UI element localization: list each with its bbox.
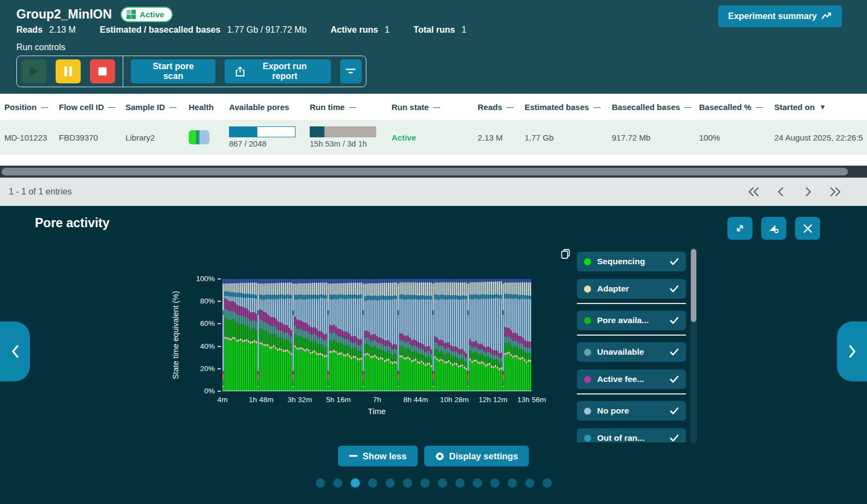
chart-settings-button[interactable]: [761, 217, 786, 240]
x-tick-label: 4m: [218, 396, 228, 404]
legend-item-5[interactable]: No pore: [577, 401, 686, 421]
stop-run-button[interactable]: [90, 59, 115, 83]
column-header-sample-id[interactable]: Sample ID—: [125, 102, 189, 112]
column-label: Position: [4, 102, 37, 112]
y-tick-label: 40%: [184, 342, 215, 350]
carousel-dot-5[interactable]: [403, 478, 412, 488]
filter-icon: [345, 68, 356, 75]
legend-item-label: Active fee...: [597, 374, 670, 384]
minus-icon: [349, 455, 358, 457]
column-header-basecalled-pct[interactable]: Basecalled %—: [699, 102, 774, 112]
legend-item-1[interactable]: Adapter: [577, 279, 686, 299]
cell-flow-cell-id: FBD39370: [59, 133, 125, 142]
y-axis-title: State time equivalent (%): [171, 291, 180, 379]
carousel-dot-10[interactable]: [490, 478, 499, 488]
legend-item-6[interactable]: Out of ran...: [577, 428, 686, 442]
legend-color-dot: [584, 258, 591, 265]
cell-health: [189, 130, 229, 144]
sort-indicator: —: [349, 103, 356, 111]
y-tick-mark: [218, 278, 221, 280]
column-label: Estimated bases: [525, 102, 589, 112]
scrollbar-thumb[interactable]: [2, 168, 848, 175]
show-less-button[interactable]: Show less: [338, 446, 418, 466]
expand-icon: [735, 223, 745, 233]
legend-item-0[interactable]: Sequencing: [577, 252, 686, 271]
legend-group-divider: [577, 335, 686, 336]
column-header-position[interactable]: Position—: [4, 102, 59, 112]
stat-value: 2.13 M: [49, 25, 76, 35]
carousel-dot-8[interactable]: [455, 478, 465, 488]
column-header-started-on[interactable]: Started on▼: [774, 102, 867, 112]
legend-item-2[interactable]: Pore availa...: [577, 311, 686, 330]
stat-reads: Reads 2.13 M: [16, 25, 76, 35]
close-panel-button[interactable]: [795, 217, 820, 240]
y-tick-label: 0%: [184, 387, 215, 395]
column-header-run-time[interactable]: Run time—: [310, 102, 392, 112]
pore-activity-chart[interactable]: [222, 279, 532, 391]
next-page-button[interactable]: [798, 182, 818, 202]
carousel-dot-11[interactable]: [508, 478, 517, 488]
stat-value: 1: [461, 25, 466, 35]
carousel-dot-12[interactable]: [525, 478, 534, 488]
column-label: Basecalled %: [699, 102, 751, 112]
carousel-dot-9[interactable]: [473, 478, 482, 488]
last-page-button[interactable]: [826, 182, 845, 202]
resume-run-button[interactable]: [21, 59, 46, 83]
legend-item-3[interactable]: Unavailable: [577, 342, 686, 362]
column-header-flow-cell-id[interactable]: Flow cell ID—: [59, 102, 125, 112]
filter-runs-button[interactable]: [340, 59, 362, 83]
horizontal-scrollbar[interactable]: [0, 166, 867, 178]
start-pore-scan-button[interactable]: Start pore scan: [131, 59, 215, 83]
run-state-value: Active: [392, 133, 416, 142]
available-pores-fill: [230, 127, 257, 137]
x-axis-title: Time: [368, 406, 386, 416]
carousel-dot-6[interactable]: [420, 478, 430, 488]
sort-indicator: —: [170, 103, 177, 111]
previous-page-button[interactable]: [771, 182, 791, 202]
chevron-left-icon: [774, 186, 787, 197]
experiment-summary-button[interactable]: Experiment summary: [718, 5, 842, 27]
previous-chart-button[interactable]: [0, 321, 30, 381]
double-chevron-right-icon: [829, 186, 842, 197]
legend-color-dot: [584, 349, 591, 356]
column-header-reads[interactable]: Reads—: [478, 102, 525, 112]
pause-icon: [64, 66, 73, 77]
display-settings-button[interactable]: Display settings: [424, 446, 529, 466]
copy-chart-button[interactable]: [561, 248, 571, 261]
pause-run-button[interactable]: [56, 59, 81, 83]
legend-scrollbar-thumb[interactable]: [691, 249, 696, 322]
carousel-dot-0[interactable]: [316, 478, 325, 488]
carousel-dot-4[interactable]: [386, 478, 395, 488]
table-row[interactable]: MD-101223 FBD39370 Library2 867 / 2048 1…: [0, 120, 867, 155]
legend-scrollbar[interactable]: [690, 247, 697, 444]
panel-bottom-buttons: Show less Display settings: [0, 446, 867, 466]
carousel-dot-3[interactable]: [368, 478, 377, 488]
export-run-report-button[interactable]: Export run report: [225, 59, 331, 83]
first-page-button[interactable]: [744, 182, 763, 202]
sort-indicator: —: [109, 103, 116, 111]
column-header-estimated-bases[interactable]: Estimated bases—: [525, 102, 612, 112]
y-tick-label: 60%: [184, 319, 215, 327]
carousel-dot-13[interactable]: [543, 478, 552, 488]
legend-color-dot: [584, 435, 591, 442]
stat-active-runs: Active runs 1: [330, 25, 389, 35]
next-chart-button[interactable]: [837, 321, 867, 381]
start-pore-scan-label: Start pore scan: [142, 62, 204, 81]
cell-basecalled-bases: 917.72 Mb: [612, 133, 699, 142]
run-time-fill: [310, 126, 324, 137]
carousel-dot-7[interactable]: [438, 478, 447, 488]
status-badge-label: Active: [140, 10, 164, 19]
column-header-basecalled-bases[interactable]: Basecalled bases—: [612, 102, 699, 112]
cell-basecalled-pct: 100%: [699, 133, 774, 142]
y-tick-mark: [218, 391, 221, 392]
y-tick-mark: [218, 368, 221, 369]
legend-item-4[interactable]: Active fee...: [577, 369, 686, 389]
stat-label: Estimated / basecalled bases: [100, 25, 220, 35]
chevron-right-icon: [802, 186, 815, 197]
column-header-run-state[interactable]: Run state—: [392, 102, 478, 112]
expand-panel-button[interactable]: [727, 217, 752, 240]
carousel-dot-1[interactable]: [333, 478, 342, 488]
panel-title: Pore activity: [35, 216, 110, 230]
carousel-dot-2[interactable]: [351, 478, 360, 488]
run-controls-toolbar: Start pore scan Export run report: [16, 56, 366, 87]
